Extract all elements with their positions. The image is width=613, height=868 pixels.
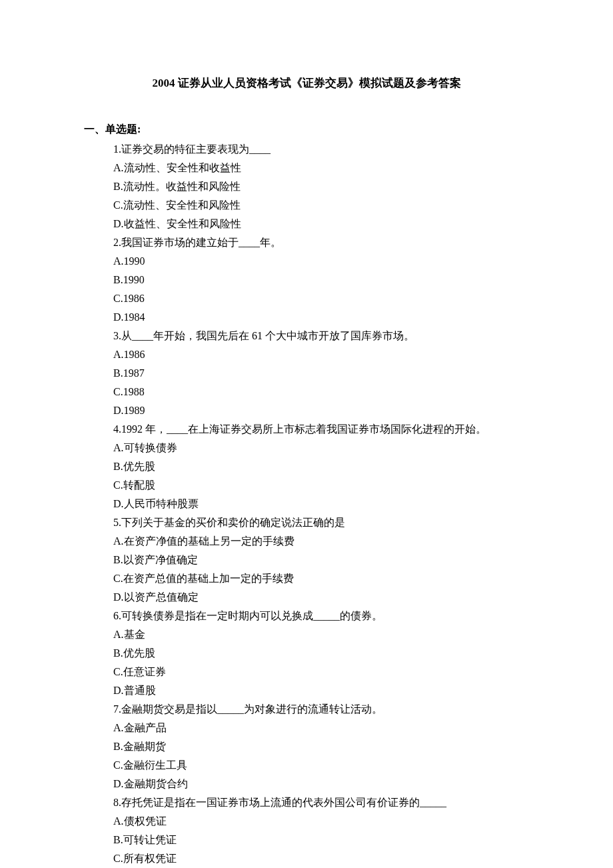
question-block: 1.证券交易的特征主要表现为____A.流动性、安全性和收益性B.流动性。收益性… — [113, 140, 526, 868]
document-title: 2004 证券从业人员资格考试《证券交易》模拟试题及参考答案 — [87, 73, 526, 93]
text-line: D.人民币特种股票 — [113, 495, 526, 513]
text-line: 6.可转换债券是指在一定时期内可以兑换成_____的债券。 — [113, 607, 526, 625]
text-line: B.优先股 — [113, 457, 526, 476]
text-line: D.收益性、安全性和风险性 — [113, 215, 526, 233]
text-line: B.可转让凭证 — [113, 831, 526, 849]
text-line: D.1984 — [113, 308, 526, 327]
section-header: 一、单选题: — [84, 120, 526, 139]
text-line: B.以资产净值确定 — [113, 551, 526, 569]
text-line: 3.从____年开始，我国先后在 61 个大中城市开放了国库券市场。 — [113, 327, 526, 345]
text-line: C.1986 — [113, 289, 526, 308]
text-line: 8.存托凭证是指在一国证券市场上流通的代表外国公司有价证券的_____ — [113, 793, 526, 812]
text-line: 1.证券交易的特征主要表现为____ — [113, 140, 526, 159]
text-line: A.1986 — [113, 345, 526, 364]
text-line: 2.我国证券市场的建立始于____年。 — [113, 233, 526, 252]
text-line: A.金融产品 — [113, 719, 526, 737]
text-line: B.1987 — [113, 364, 526, 383]
text-line: 4.1992 年，____在上海证券交易所上市标志着我国证券市场国际化进程的开始… — [113, 420, 526, 439]
text-line: C.金融衍生工具 — [113, 756, 526, 775]
text-line: A.1990 — [113, 252, 526, 271]
text-line: B.1990 — [113, 271, 526, 289]
text-line: C.1988 — [113, 383, 526, 401]
text-line: C.所有权凭证 — [113, 849, 526, 868]
text-line: C.在资产总值的基础上加一定的手续费 — [113, 569, 526, 588]
text-line: A.债权凭证 — [113, 812, 526, 831]
text-line: C.流动性、安全性和风险性 — [113, 196, 526, 215]
text-line: D.普通股 — [113, 681, 526, 700]
text-line: 5.下列关于基金的买价和卖价的确定说法正确的是 — [113, 513, 526, 532]
text-line: C.转配股 — [113, 476, 526, 495]
text-line: D.金融期货合约 — [113, 775, 526, 793]
text-line: B.优先股 — [113, 644, 526, 663]
text-line: D.1989 — [113, 401, 526, 420]
text-line: B.流动性。收益性和风险性 — [113, 177, 526, 196]
text-line: A.在资产净值的基础上另一定的手续费 — [113, 532, 526, 551]
text-line: A.可转换债券 — [113, 439, 526, 457]
text-line: C.任意证券 — [113, 663, 526, 681]
text-line: D.以资产总值确定 — [113, 588, 526, 607]
text-line: A.流动性、安全性和收益性 — [113, 159, 526, 177]
text-line: B.金融期货 — [113, 737, 526, 756]
text-line: 7.金融期货交易是指以_____为对象进行的流通转让活动。 — [113, 700, 526, 719]
text-line: A.基金 — [113, 625, 526, 644]
